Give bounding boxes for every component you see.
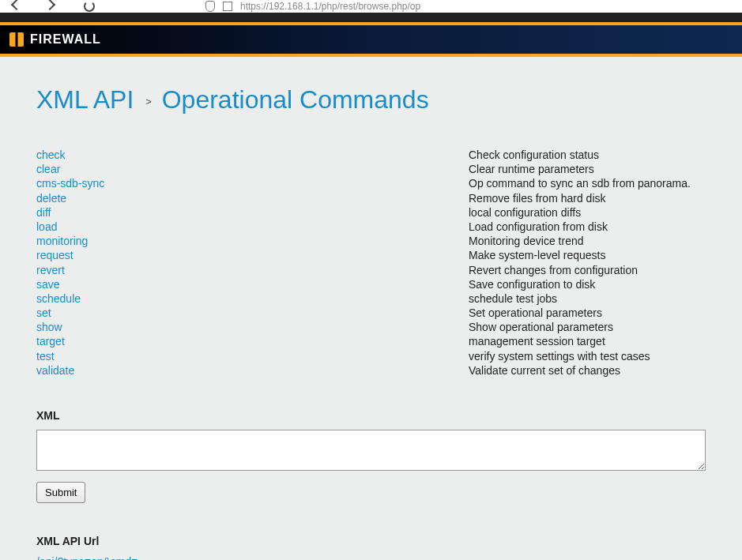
brand-text: FIREWALL (30, 32, 101, 47)
command-list: checkCheck configuration statusclearClea… (36, 148, 706, 378)
command-row: validateValidate current set of changes (36, 363, 706, 378)
command-desc: verify system settings with test cases (469, 349, 706, 363)
xml-label: XML (36, 409, 706, 422)
command-row: deleteRemove files from hard disk (36, 191, 706, 205)
command-link-check[interactable]: check (36, 148, 66, 161)
command-desc: Validate current set of changes (469, 363, 706, 378)
command-desc: Op command to sync an sdb from panorama. (469, 176, 706, 190)
command-row: clearClear runtime parameters (36, 162, 706, 176)
command-desc: Check configuration status (469, 148, 706, 162)
command-row: setSet operational parameters (36, 306, 706, 320)
command-row: loadLoad configuration from disk (36, 220, 706, 234)
command-link-delete[interactable]: delete (36, 192, 66, 205)
command-desc: Set operational parameters (469, 306, 706, 320)
xml-input[interactable] (36, 430, 706, 471)
url-text: https://192.168.1.1/php/rest/browse.php/… (240, 1, 420, 12)
shield-icon (205, 1, 215, 12)
firewall-logo-icon (9, 32, 24, 47)
command-link-target[interactable]: target (36, 335, 65, 348)
command-desc: Monitoring device trend (469, 234, 706, 248)
app-header: FIREWALL (0, 22, 742, 57)
api-url-label: XML API Url (36, 535, 706, 547)
reload-icon[interactable] (84, 1, 95, 12)
api-url-link[interactable]: /api/?type=op&cmd= (36, 555, 137, 560)
command-desc: management session target (469, 334, 706, 348)
command-link-validate[interactable]: validate (36, 364, 74, 377)
command-desc: schedule test jobs (469, 291, 706, 306)
command-row: monitoringMonitoring device trend (36, 234, 706, 248)
back-icon[interactable] (11, 0, 22, 10)
command-desc: Save configuration to disk (469, 277, 706, 291)
command-desc: local configuration diffs (469, 205, 706, 220)
command-row: difflocal configuration diffs (36, 205, 706, 220)
command-row: showShow operational parameters (36, 320, 706, 334)
command-row: scheduleschedule test jobs (36, 291, 706, 306)
url-bar[interactable]: https://192.168.1.1/php/rest/browse.php/… (205, 1, 420, 12)
api-url-value[interactable]: /api/?type=op&cmd= (36, 555, 706, 560)
command-link-save[interactable]: save (36, 278, 60, 291)
title-right: Operational Commands (162, 85, 429, 114)
command-row: testverify system settings with test cas… (36, 349, 706, 363)
title-left: XML API (36, 85, 134, 114)
top-gap (0, 13, 742, 22)
command-link-schedule[interactable]: schedule (36, 292, 81, 305)
command-row: saveSave configuration to disk (36, 277, 706, 291)
command-desc: Load configuration from disk (469, 220, 706, 234)
page-title: XML API > Operational Commands (36, 85, 706, 115)
command-row: cms-sdb-syncOp command to sync an sdb fr… (36, 176, 706, 190)
breadcrumb-sep-icon: > (145, 96, 152, 107)
command-link-show[interactable]: show (36, 321, 62, 333)
command-link-set[interactable]: set (36, 306, 51, 319)
command-desc: Revert changes from configuration (469, 263, 706, 277)
command-link-diff[interactable]: diff (36, 206, 51, 219)
browser-bar: https://192.168.1.1/php/rest/browse.php/… (0, 0, 742, 13)
command-row: revertRevert changes from configuration (36, 263, 706, 277)
command-link-test[interactable]: test (36, 350, 55, 363)
command-desc: Remove files from hard disk (469, 191, 706, 205)
command-row: checkCheck configuration status (36, 148, 706, 162)
command-row: targetmanagement session target (36, 334, 706, 348)
command-desc: Show operational parameters (469, 320, 706, 334)
page-icon (223, 2, 232, 11)
command-link-monitoring[interactable]: monitoring (36, 235, 88, 247)
command-row: requestMake system-level requests (36, 248, 706, 262)
command-link-load[interactable]: load (36, 220, 57, 233)
command-link-request[interactable]: request (36, 249, 73, 261)
command-link-clear[interactable]: clear (36, 163, 60, 175)
command-link-revert[interactable]: revert (36, 264, 65, 276)
command-desc: Make system-level requests (469, 248, 706, 262)
forward-icon[interactable] (44, 0, 55, 10)
command-desc: Clear runtime parameters (469, 162, 706, 176)
command-link-cms-sdb-sync[interactable]: cms-sdb-sync (36, 177, 104, 190)
submit-button[interactable]: Submit (36, 482, 85, 503)
